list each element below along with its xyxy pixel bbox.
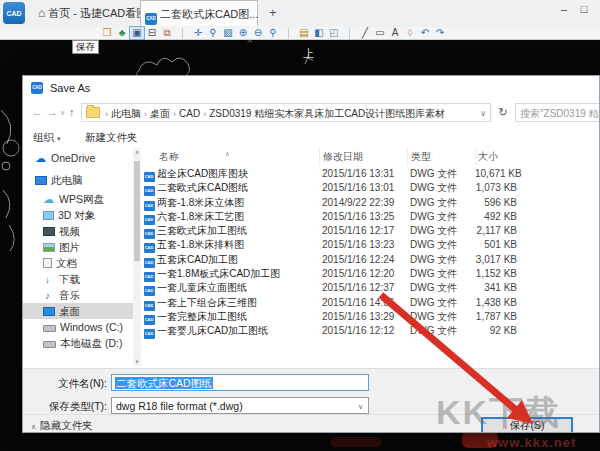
organize-button[interactable]: 组织▾ (33, 126, 61, 150)
breadcrumb-item[interactable]: ›ZSD0319 精细实木家具床加工CAD设计图纸图库素材 (200, 108, 445, 119)
column-header-date[interactable]: 修改日期 (319, 148, 407, 166)
zoom-in-icon[interactable]: ⊕ (236, 27, 250, 39)
savetype-select[interactable]: dwg R18 file format (*.dwg)∨ (111, 397, 369, 414)
refresh-icon[interactable]: ↻ (495, 103, 511, 122)
file-row[interactable]: 一套完整床加工图纸 2015/1/16 13:29 DWG 文件 1,787 K… (141, 310, 599, 324)
file-list-header: 名称∧ 修改日期 类型 大小 (141, 148, 599, 166)
sidebar-item-desktop[interactable]: 桌面 (23, 303, 133, 319)
watermark-smudge (330, 437, 382, 447)
file-row[interactable]: 两套-1.8米床立体图 2014/9/22 22:39 DWG 文件 596 K… (141, 196, 599, 210)
sidebar-item-cloud[interactable]: OneDrive (23, 150, 133, 166)
print-icon[interactable]: ⊟ (145, 27, 159, 39)
picture-icon (43, 243, 55, 252)
open-file-icon[interactable]: ❐ (100, 27, 114, 39)
filename-input[interactable]: 二套欧式床CAD图纸 (111, 374, 369, 391)
history-caret-icon[interactable]: ∨ (60, 109, 65, 117)
scrollbar-thumb[interactable] (134, 161, 140, 261)
sidebar-item-drive[interactable]: Windows (C:) (23, 319, 133, 335)
chevron-down-icon: ∨ (358, 399, 363, 415)
maximize-button[interactable]: □ (576, 3, 592, 15)
breadcrumb-item[interactable]: ›CAD (170, 108, 200, 119)
file-row[interactable]: 三套欧式床加工图纸 2015/1/16 12:17 DWG 文件 2,117 K… (141, 224, 599, 238)
file-row[interactable]: 超全床CAD图库图块 2015/1/16 13:31 DWG 文件 10,671… (141, 167, 599, 181)
file-row[interactable]: 一套儿童床立面图纸 2015/1/16 12:37 DWG 文件 341 KB (141, 281, 599, 295)
zoom-previous-icon[interactable]: ⚲ (266, 27, 280, 39)
view-3d-icon[interactable]: ◧ (312, 27, 326, 39)
sidebar-scrollbar[interactable]: ∧ ∨ (133, 148, 141, 366)
zoom-out-icon[interactable]: ⊖ (251, 27, 265, 39)
file-row[interactable]: 二套欧式床CAD图纸 2015/1/16 13:01 DWG 文件 1,073 … (141, 181, 599, 195)
sidebar-item-picture[interactable]: 图片 (23, 239, 133, 255)
sidebar-item-download[interactable]: 下载 (23, 271, 133, 287)
export-icon[interactable]: ⧉ (160, 27, 174, 39)
app-logo-icon: CAD (3, 2, 25, 24)
column-header-size[interactable]: 大小 (475, 148, 529, 166)
sidebar-item-wps-cloud[interactable]: WPS网盘 (23, 191, 133, 207)
zoom-window-icon[interactable]: ▧ (221, 27, 235, 39)
hide-folders-button[interactable]: ∧隐藏文件夹 (31, 419, 93, 433)
cad-doc-icon (145, 13, 157, 25)
minimize-button[interactable]: – (556, 3, 572, 15)
up-icon[interactable]: ↑ (69, 106, 75, 118)
redo-icon[interactable]: ↷ (433, 27, 447, 39)
column-header-name[interactable]: 名称∧ (141, 148, 319, 166)
sidebar-item-document[interactable]: 文档 (23, 255, 133, 271)
tab-home[interactable]: ⌂首页 - 迅捷CAD看图 (30, 0, 155, 26)
rect-tool-icon[interactable]: ▭ (373, 27, 387, 39)
scroll-up-icon[interactable]: ∧ (133, 148, 141, 157)
breadcrumb-item[interactable]: ›桌面 (141, 108, 170, 119)
file-row[interactable]: 一套婴儿床CAD加工图纸 2015/1/16 12:12 DWG 文件 92 K… (141, 324, 599, 338)
file-row[interactable]: 一套上下组合床三维图 2015/1/16 14:06 DWG 文件 1,438 … (141, 296, 599, 310)
sidebar-item-music[interactable]: 音乐 (23, 287, 133, 303)
search-input[interactable]: 搜索"ZSD0319 精细 (515, 103, 600, 122)
line-tool-icon[interactable]: ╱ (358, 27, 372, 39)
file-row[interactable]: 一套1.8M板式床CAD加工图 2015/1/16 12:20 DWG 文件 1… (141, 267, 599, 281)
forward-icon[interactable]: → (47, 106, 58, 118)
tab-document-label: 二套欧式床CAD图... (160, 8, 258, 20)
breadcrumb[interactable]: ›此电脑›桌面›CAD›ZSD0319 精细实木家具床加工CAD设计图纸图库素材… (81, 103, 491, 122)
eraser-tool-icon[interactable]: ◊ (403, 27, 417, 39)
sidebar-item-box-3d[interactable]: 3D 对象 (23, 207, 133, 223)
sidebar-item-video[interactable]: 视频 (23, 223, 133, 239)
save-icon[interactable]: ▣ (130, 27, 144, 39)
palm-tree-icon[interactable]: ♣ (115, 27, 129, 39)
chevron-up-icon: ∧ (31, 423, 36, 430)
undo-icon[interactable]: ↶ (418, 27, 432, 39)
cad-file-icon (141, 167, 157, 181)
music-icon (43, 291, 55, 300)
dialog-cad-icon (31, 82, 43, 94)
sidebar-item-computer[interactable]: 此电脑 (23, 172, 133, 188)
dialog-main-area: OneDrive此电脑WPS网盘3D 对象视频图片文档下载音乐桌面Windows… (23, 148, 599, 368)
cube-icon[interactable]: ◰ (327, 27, 341, 39)
zoom-realtime-icon[interactable]: ⚲ (206, 27, 220, 39)
scroll-down-icon[interactable]: ∨ (133, 357, 141, 366)
cad-file-icon (141, 296, 157, 310)
toolbar-separator (175, 28, 183, 39)
save-button[interactable]: 保存(S) (481, 417, 573, 433)
file-table-body: 超全床CAD图库图块 2015/1/16 13:31 DWG 文件 10,671… (141, 167, 599, 339)
breadcrumb-item[interactable]: ›此电脑 (102, 108, 141, 119)
cad-file-icon (141, 281, 157, 295)
computer-icon (35, 176, 47, 185)
save-as-dialog: Save As ← → ∨ ↑ ›此电脑›桌面›CAD›ZSD0319 精细实木… (22, 75, 600, 433)
cad-file-icon (141, 267, 157, 281)
text-tool-icon[interactable]: A (388, 27, 402, 39)
column-header-type[interactable]: 类型 (407, 148, 475, 166)
dialog-footer: 文件名(N): 二套欧式床CAD图纸 保存类型(T): dwg R18 file… (23, 368, 599, 433)
cad-file-icon (141, 253, 157, 267)
new-tab-button[interactable]: + (264, 0, 282, 26)
dialog-title: Save As (50, 82, 90, 94)
folder-icon (86, 107, 100, 118)
new-folder-button[interactable]: 新建文件夹 (85, 126, 138, 148)
pan-icon[interactable]: ✛ (191, 27, 205, 39)
file-row[interactable]: 五套床CAD加工图 2015/1/16 12:24 DWG 文件 3,017 K… (141, 253, 599, 267)
layers-icon[interactable]: ▤ (297, 27, 311, 39)
selected-filename-text: 二套欧式床CAD图纸 (115, 377, 213, 389)
sidebar-item-drive[interactable]: 本地磁盘 (D:) (23, 335, 133, 351)
back-icon[interactable]: ← (32, 106, 43, 118)
breadcrumb-caret-icon[interactable]: ∨ (480, 104, 486, 122)
file-row[interactable]: 六套-1.8米床工艺图 2015/1/16 13:25 DWG 文件 492 K… (141, 210, 599, 224)
save-tooltip: 保存 (72, 40, 99, 54)
file-row[interactable]: 五套-1.8米床排料图 2015/1/16 13:23 DWG 文件 501 K… (141, 238, 599, 252)
tab-document[interactable]: 二套欧式床CAD图...× (140, 0, 258, 26)
